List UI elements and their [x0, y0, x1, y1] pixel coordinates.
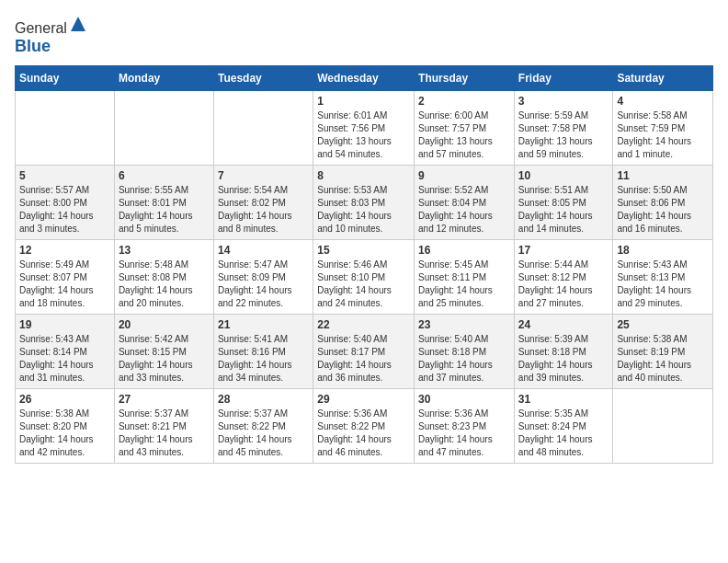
calendar-cell: 13Sunrise: 5:48 AM Sunset: 8:08 PM Dayli… — [114, 240, 213, 315]
calendar-cell — [613, 389, 713, 464]
day-number: 29 — [317, 393, 410, 406]
day-info: Sunrise: 5:42 AM Sunset: 8:15 PM Dayligh… — [119, 333, 210, 385]
calendar-header-row: SundayMondayTuesdayWednesdayThursdayFrid… — [16, 66, 713, 91]
day-info: Sunrise: 5:57 AM Sunset: 8:00 PM Dayligh… — [19, 184, 110, 236]
day-info: Sunrise: 5:40 AM Sunset: 8:18 PM Dayligh… — [418, 333, 510, 385]
calendar-cell: 26Sunrise: 5:38 AM Sunset: 8:20 PM Dayli… — [16, 389, 115, 464]
day-number: 30 — [418, 393, 510, 406]
day-number: 18 — [617, 244, 709, 257]
day-info: Sunrise: 6:01 AM Sunset: 7:56 PM Dayligh… — [317, 109, 410, 161]
logo-blue-text: Blue — [15, 37, 51, 55]
calendar-cell: 17Sunrise: 5:44 AM Sunset: 8:12 PM Dayli… — [514, 240, 613, 315]
calendar-cell: 10Sunrise: 5:51 AM Sunset: 8:05 PM Dayli… — [514, 166, 613, 240]
day-number: 13 — [119, 244, 210, 257]
day-info: Sunrise: 5:35 AM Sunset: 8:24 PM Dayligh… — [518, 408, 609, 459]
day-info: Sunrise: 5:59 AM Sunset: 7:58 PM Dayligh… — [518, 109, 609, 161]
day-of-week-header: Friday — [514, 66, 613, 91]
calendar-cell: 29Sunrise: 5:36 AM Sunset: 8:22 PM Dayli… — [313, 389, 415, 464]
calendar-cell: 21Sunrise: 5:41 AM Sunset: 8:16 PM Dayli… — [213, 315, 313, 389]
day-info: Sunrise: 5:38 AM Sunset: 8:19 PM Dayligh… — [617, 333, 709, 385]
day-info: Sunrise: 5:51 AM Sunset: 8:05 PM Dayligh… — [518, 184, 609, 236]
calendar-week-row: 12Sunrise: 5:49 AM Sunset: 8:07 PM Dayli… — [16, 240, 713, 315]
day-info: Sunrise: 5:54 AM Sunset: 8:02 PM Dayligh… — [218, 184, 309, 236]
day-number: 28 — [218, 393, 309, 406]
day-info: Sunrise: 5:36 AM Sunset: 8:23 PM Dayligh… — [418, 408, 510, 459]
day-number: 15 — [317, 244, 410, 257]
calendar-cell: 25Sunrise: 5:38 AM Sunset: 8:19 PM Dayli… — [613, 315, 713, 389]
calendar-cell: 27Sunrise: 5:37 AM Sunset: 8:21 PM Dayli… — [114, 389, 213, 464]
calendar-week-row: 19Sunrise: 5:43 AM Sunset: 8:14 PM Dayli… — [16, 315, 713, 389]
day-info: Sunrise: 5:53 AM Sunset: 8:03 PM Dayligh… — [317, 184, 410, 236]
calendar-cell: 31Sunrise: 5:35 AM Sunset: 8:24 PM Dayli… — [514, 389, 613, 464]
day-info: Sunrise: 5:37 AM Sunset: 8:21 PM Dayligh… — [119, 408, 210, 459]
day-number: 16 — [418, 244, 510, 257]
day-number: 22 — [317, 318, 410, 331]
day-info: Sunrise: 5:37 AM Sunset: 8:22 PM Dayligh… — [218, 408, 309, 459]
day-number: 6 — [119, 169, 210, 182]
calendar-table: SundayMondayTuesdayWednesdayThursdayFrid… — [15, 65, 713, 464]
calendar-cell: 1Sunrise: 6:01 AM Sunset: 7:56 PM Daylig… — [313, 91, 415, 166]
day-number: 4 — [617, 95, 709, 108]
calendar-cell: 12Sunrise: 5:49 AM Sunset: 8:07 PM Dayli… — [16, 240, 115, 315]
svg-marker-0 — [71, 17, 85, 31]
page-header: General Blue — [15, 15, 713, 56]
day-number: 8 — [317, 169, 410, 182]
calendar-cell: 2Sunrise: 6:00 AM Sunset: 7:57 PM Daylig… — [415, 91, 515, 166]
calendar-cell: 11Sunrise: 5:50 AM Sunset: 8:06 PM Dayli… — [613, 166, 713, 240]
logo-icon — [69, 15, 87, 33]
calendar-cell: 22Sunrise: 5:40 AM Sunset: 8:17 PM Dayli… — [313, 315, 415, 389]
day-of-week-header: Tuesday — [213, 66, 313, 91]
calendar-cell: 6Sunrise: 5:55 AM Sunset: 8:01 PM Daylig… — [114, 166, 213, 240]
day-info: Sunrise: 5:43 AM Sunset: 8:14 PM Dayligh… — [19, 333, 110, 385]
day-info: Sunrise: 5:46 AM Sunset: 8:10 PM Dayligh… — [317, 259, 410, 310]
calendar-cell: 15Sunrise: 5:46 AM Sunset: 8:10 PM Dayli… — [313, 240, 415, 315]
day-number: 2 — [418, 95, 510, 108]
day-of-week-header: Sunday — [16, 66, 115, 91]
logo-general-text: General — [15, 20, 67, 36]
day-number: 27 — [119, 393, 210, 406]
calendar-cell — [213, 91, 313, 166]
day-info: Sunrise: 5:41 AM Sunset: 8:16 PM Dayligh… — [218, 333, 309, 385]
day-number: 5 — [19, 169, 110, 182]
day-number: 9 — [418, 169, 510, 182]
calendar-cell: 3Sunrise: 5:59 AM Sunset: 7:58 PM Daylig… — [514, 91, 613, 166]
calendar-cell: 30Sunrise: 5:36 AM Sunset: 8:23 PM Dayli… — [415, 389, 515, 464]
day-number: 26 — [19, 393, 110, 406]
day-info: Sunrise: 5:55 AM Sunset: 8:01 PM Dayligh… — [119, 184, 210, 236]
day-of-week-header: Thursday — [415, 66, 515, 91]
day-number: 23 — [418, 318, 510, 331]
day-info: Sunrise: 5:43 AM Sunset: 8:13 PM Dayligh… — [617, 259, 709, 310]
day-info: Sunrise: 5:39 AM Sunset: 8:18 PM Dayligh… — [518, 333, 609, 385]
day-info: Sunrise: 5:45 AM Sunset: 8:11 PM Dayligh… — [418, 259, 510, 310]
calendar-cell — [16, 91, 115, 166]
calendar-cell: 19Sunrise: 5:43 AM Sunset: 8:14 PM Dayli… — [16, 315, 115, 389]
day-info: Sunrise: 5:44 AM Sunset: 8:12 PM Dayligh… — [518, 259, 609, 310]
day-info: Sunrise: 5:36 AM Sunset: 8:22 PM Dayligh… — [317, 408, 410, 459]
logo: General Blue — [15, 15, 87, 56]
calendar-cell: 8Sunrise: 5:53 AM Sunset: 8:03 PM Daylig… — [313, 166, 415, 240]
day-of-week-header: Wednesday — [313, 66, 415, 91]
calendar-week-row: 26Sunrise: 5:38 AM Sunset: 8:20 PM Dayli… — [16, 389, 713, 464]
day-number: 17 — [518, 244, 609, 257]
calendar-cell — [114, 91, 213, 166]
day-info: Sunrise: 5:52 AM Sunset: 8:04 PM Dayligh… — [418, 184, 510, 236]
day-info: Sunrise: 5:40 AM Sunset: 8:17 PM Dayligh… — [317, 333, 410, 385]
calendar-cell: 23Sunrise: 5:40 AM Sunset: 8:18 PM Dayli… — [415, 315, 515, 389]
calendar-cell: 20Sunrise: 5:42 AM Sunset: 8:15 PM Dayli… — [114, 315, 213, 389]
day-number: 1 — [317, 95, 410, 108]
calendar-cell: 9Sunrise: 5:52 AM Sunset: 8:04 PM Daylig… — [415, 166, 515, 240]
calendar-cell: 7Sunrise: 5:54 AM Sunset: 8:02 PM Daylig… — [213, 166, 313, 240]
calendar-week-row: 1Sunrise: 6:01 AM Sunset: 7:56 PM Daylig… — [16, 91, 713, 166]
day-number: 20 — [119, 318, 210, 331]
day-number: 19 — [19, 318, 110, 331]
day-number: 3 — [518, 95, 609, 108]
calendar-week-row: 5Sunrise: 5:57 AM Sunset: 8:00 PM Daylig… — [16, 166, 713, 240]
day-of-week-header: Saturday — [613, 66, 713, 91]
day-info: Sunrise: 5:58 AM Sunset: 7:59 PM Dayligh… — [617, 109, 709, 161]
day-info: Sunrise: 5:50 AM Sunset: 8:06 PM Dayligh… — [617, 184, 709, 236]
day-of-week-header: Monday — [114, 66, 213, 91]
day-info: Sunrise: 6:00 AM Sunset: 7:57 PM Dayligh… — [418, 109, 510, 161]
day-number: 21 — [218, 318, 309, 331]
calendar-cell: 16Sunrise: 5:45 AM Sunset: 8:11 PM Dayli… — [415, 240, 515, 315]
calendar-cell: 24Sunrise: 5:39 AM Sunset: 8:18 PM Dayli… — [514, 315, 613, 389]
